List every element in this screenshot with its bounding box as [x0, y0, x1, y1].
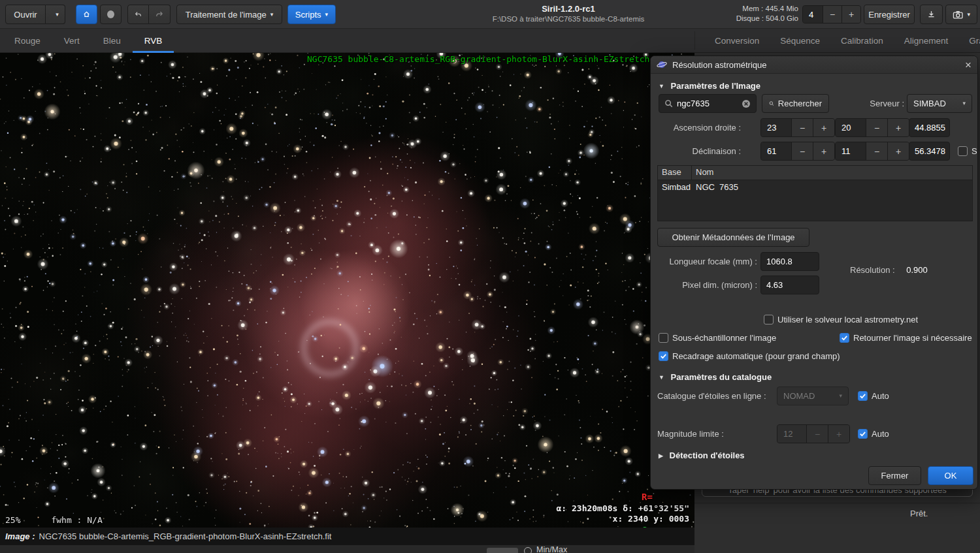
- export-button[interactable]: [920, 5, 943, 24]
- minmax-radio[interactable]: [524, 547, 532, 553]
- focal-length-value: 1060.8: [766, 257, 792, 266]
- get-metadata-button[interactable]: Obtenir Métadonnées de l'Image: [657, 228, 809, 247]
- dec-south-label: S: [972, 146, 977, 156]
- tab-rvb[interactable]: RVB: [133, 29, 174, 53]
- pixel-red-value: R=: [642, 492, 691, 503]
- ra-hours-value[interactable]: 23: [761, 119, 791, 136]
- image-status-bar: Image : NGC7635 bubble-C8-artemis_RGB-gr…: [0, 528, 694, 545]
- section-star-detection-label: Détection d'étoiles: [670, 450, 745, 460]
- snapshot-button[interactable]: ▾: [945, 5, 977, 24]
- dialog-titlebar[interactable]: Résolution astrométrique ×: [651, 56, 977, 74]
- table-row[interactable]: Simbad NGC 7635: [658, 180, 972, 195]
- ra-seconds-input[interactable]: 44.8855: [909, 118, 950, 137]
- nebula-image[interactable]: [0, 53, 694, 528]
- tab-bleu[interactable]: Bleu: [91, 29, 133, 53]
- search-icon: [664, 99, 673, 108]
- search-results-table[interactable]: Base Nom Simbad NGC 7635: [657, 165, 973, 221]
- section-star-detection[interactable]: ▶ Détection d'étoiles: [659, 450, 745, 460]
- dec-degrees-value[interactable]: 61: [761, 142, 791, 160]
- image-processing-menu-button[interactable]: Traitement de l'image ▾: [176, 5, 282, 24]
- dec-seconds-input[interactable]: 56.3478: [909, 142, 950, 161]
- dec-label: Déclinaison :: [651, 142, 741, 161]
- save-button[interactable]: Enregistrer: [864, 5, 915, 24]
- undo-button[interactable]: [127, 5, 149, 24]
- redo-button[interactable]: [149, 5, 171, 24]
- undo-icon: [135, 9, 142, 20]
- magnitude-limit-label: Magnitude limite :: [657, 424, 724, 443]
- home-icon: [83, 9, 90, 20]
- expander-open-icon: ▼: [659, 374, 664, 381]
- flip-checkbox[interactable]: [840, 333, 849, 343]
- server-combo[interactable]: SIMBAD ▾: [907, 94, 972, 113]
- section-image-params[interactable]: ▼ Paramètres de l'Image: [659, 81, 760, 91]
- dec-minutes-spinner[interactable]: 11 − +: [835, 142, 909, 161]
- column-nom[interactable]: Nom: [692, 166, 717, 180]
- section-catalog-params[interactable]: ▼ Paramètres du catalogue: [659, 372, 772, 382]
- image-viewport[interactable]: NGC7635 bubble-C8-artemis_RGB-gradient-p…: [0, 53, 694, 528]
- pixel-size-input[interactable]: 4.63: [760, 276, 819, 294]
- magnitude-plus-button[interactable]: +: [828, 425, 849, 443]
- ra-hours-spinner[interactable]: 23 − +: [760, 118, 835, 137]
- dec-minutes-plus-button[interactable]: +: [887, 142, 909, 160]
- home-button[interactable]: [76, 5, 97, 24]
- open-dropdown-button[interactable]: ▾: [46, 5, 65, 24]
- open-button-label: Ouvrir: [14, 10, 37, 20]
- clear-input-icon[interactable]: [742, 99, 751, 108]
- ra-minutes-spinner[interactable]: 20 − +: [835, 118, 909, 137]
- ra-hours-plus-button[interactable]: +: [813, 119, 834, 136]
- window-subtitle: F:\DSO à traiter\NGC7635 bubble-C8-artem…: [470, 14, 666, 24]
- column-base[interactable]: Base: [658, 166, 692, 180]
- downsample-label: Sous-échantillonner l'image: [672, 333, 776, 343]
- magnitude-value[interactable]: 12: [777, 425, 806, 443]
- autocrop-checkbox[interactable]: [659, 351, 668, 361]
- threads-spinner[interactable]: 4 − +: [802, 5, 861, 24]
- magnitude-minus-button[interactable]: −: [806, 425, 828, 443]
- tab-graphique[interactable]: Graphique: [958, 29, 980, 53]
- close-dialog-button[interactable]: Fermer: [868, 466, 921, 485]
- chevron-down-icon: ▾: [56, 12, 59, 18]
- dec-south-checkbox[interactable]: [958, 146, 968, 156]
- dialog-title: Résolution astrométrique: [672, 60, 767, 70]
- ra-minutes-plus-button[interactable]: +: [887, 119, 909, 136]
- local-solver-checkbox[interactable]: [764, 315, 774, 324]
- dec-seconds-value: 56.3478: [915, 146, 945, 156]
- check-icon: [859, 392, 866, 400]
- dec-degrees-minus-button[interactable]: −: [791, 142, 813, 160]
- magnitude-auto-checkbox[interactable]: [858, 429, 868, 439]
- object-search-input[interactable]: ngc7635: [659, 94, 757, 113]
- catalog-auto-checkbox[interactable]: [858, 391, 868, 401]
- magnitude-spinner[interactable]: 12 − +: [777, 424, 850, 443]
- downsample-checkbox[interactable]: [659, 333, 668, 343]
- resolution-label: Résolution :: [850, 265, 895, 275]
- scripts-menu-button[interactable]: Scripts ▾: [287, 5, 336, 24]
- tab-sequence[interactable]: Séquence: [770, 29, 830, 53]
- search-button[interactable]: Rechercher: [762, 94, 829, 113]
- display-mode-button[interactable]: [487, 548, 518, 553]
- tab-conversion[interactable]: Conversion: [704, 29, 770, 53]
- dec-minutes-minus-button[interactable]: −: [866, 142, 887, 160]
- threads-minus-button[interactable]: −: [823, 6, 841, 23]
- pixel-size-label: Pixel dim. (micron) :: [651, 276, 757, 294]
- tab-rouge[interactable]: Rouge: [3, 29, 52, 53]
- ra-seconds-value: 44.8855: [915, 123, 945, 133]
- livestack-button[interactable]: [100, 5, 122, 24]
- ra-hours-minus-button[interactable]: −: [791, 119, 813, 136]
- dec-degrees-spinner[interactable]: 61 − +: [760, 142, 835, 161]
- dec-degrees-plus-button[interactable]: +: [813, 142, 834, 160]
- dec-minutes-value[interactable]: 11: [836, 142, 866, 160]
- close-icon[interactable]: ×: [965, 59, 972, 71]
- tab-alignement[interactable]: Alignement: [894, 29, 959, 53]
- tab-vert[interactable]: Vert: [52, 29, 91, 53]
- disk-label: Disque : 504.0 Gio: [713, 14, 798, 24]
- open-button[interactable]: Ouvrir: [5, 5, 46, 24]
- tab-calibration[interactable]: Calibration: [830, 29, 894, 53]
- focal-length-input[interactable]: 1060.8: [760, 252, 819, 271]
- threads-value[interactable]: 4: [803, 6, 823, 23]
- online-catalog-combo[interactable]: NOMAD ▾: [777, 387, 849, 405]
- local-solver-label: Utiliser le solveur local astrometry.net: [777, 315, 918, 324]
- threads-plus-button[interactable]: +: [841, 6, 860, 23]
- ra-minutes-value[interactable]: 20: [836, 119, 866, 136]
- object-search-value: ngc7635: [677, 99, 710, 108]
- ok-button[interactable]: OK: [928, 466, 973, 485]
- ra-minutes-minus-button[interactable]: −: [866, 119, 887, 136]
